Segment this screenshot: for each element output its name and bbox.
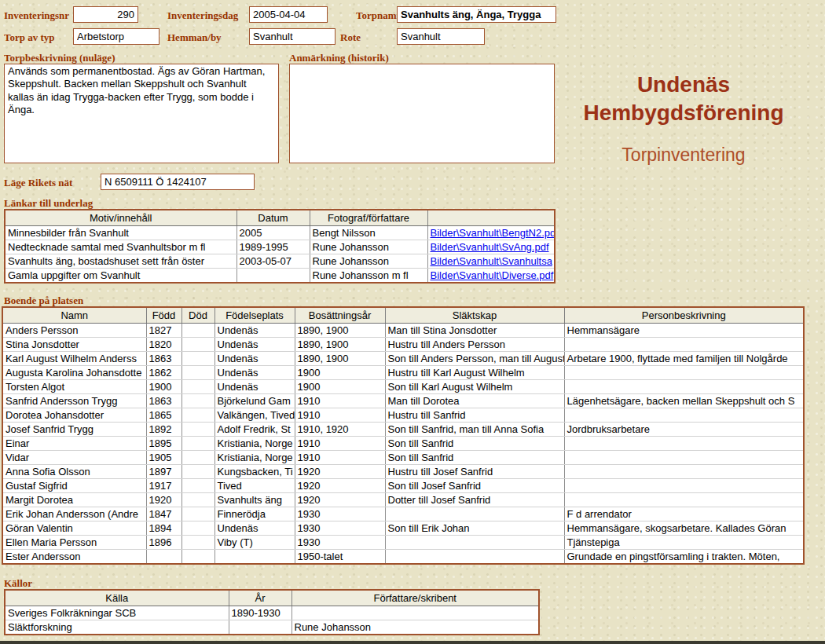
table-row: Nedtecknade samtal med Svanhultsbor m fl… [5, 240, 555, 254]
cell: Son till Sanfrid [385, 437, 564, 451]
cell: Margit Dorotea [2, 493, 146, 507]
table-row: Anna Sofia Olsson1897Kungsbacken, Ti1920… [2, 465, 804, 479]
cell [182, 465, 214, 479]
table-row: Augusta Karolina Johansdotte1862Undenäs1… [2, 366, 804, 380]
cell [182, 423, 214, 437]
document-link[interactable]: Bilder\Svanhult\Diverse.pdf [431, 269, 554, 281]
hemman-by-field[interactable] [249, 28, 336, 45]
cell [564, 408, 804, 423]
cell: Släktforskning [5, 620, 229, 635]
cell [182, 338, 214, 352]
cell: Hustru till Sanfrid [385, 408, 564, 423]
document-link[interactable]: Bilder\Svanhult\SvAng.pdf [431, 241, 549, 253]
links-table-header-row: Motiv/innehåll Datum Fotograf/författare [5, 210, 555, 226]
cell: 1989-1995 [236, 240, 310, 254]
association-title-line2: Hembygdsförening [550, 99, 817, 127]
cell: 1920 [295, 465, 385, 479]
rote-label: Rote [340, 31, 361, 44]
residents-section-label: Boende på platsen [4, 295, 83, 307]
cell: Bilder\Svanhult\BengtN2.pdf [427, 226, 555, 240]
cell: 1896 [146, 536, 182, 550]
cell: F d arrendator [564, 507, 804, 521]
column-header: Fotograf/författare [310, 210, 427, 226]
column-header: Motiv/innehåll [5, 210, 236, 226]
inventeringsnr-field[interactable] [73, 6, 138, 23]
cell: Minnesbilder från Svanhult [5, 226, 236, 240]
torpnamn-label: Torpnamn [356, 9, 402, 22]
cell: 1863 [146, 352, 182, 366]
cell: Lägenhetsägare, backen mellan Skeppshult… [564, 394, 804, 408]
table-row: Sveriges Folkräkningar SCB1890-1930 [5, 606, 539, 620]
lage-rikets-nat-field[interactable] [101, 174, 255, 190]
column-header: Namn [2, 307, 146, 324]
rote-field[interactable] [397, 28, 485, 45]
cell: Augusta Karolina Johansdotte [2, 366, 146, 380]
table-row: Sanfrid Andersson Trygg1863Björkelund Ga… [2, 394, 804, 408]
cell: 1950-talet [295, 550, 385, 565]
document-link[interactable]: Bilder\Svanhult\Svanhultsa [431, 255, 552, 267]
cell [564, 451, 804, 465]
cell: Bilder\Svanhult\Svanhultsa [427, 254, 555, 269]
cell: Torsten Algot [2, 380, 146, 394]
cell: Karl August Wilhelm Anderss [2, 352, 146, 366]
cell [182, 507, 214, 521]
torpnamn-field[interactable] [397, 6, 556, 23]
cell: Vidar [2, 451, 146, 465]
torp-av-typ-field[interactable] [73, 28, 160, 45]
cell [182, 479, 214, 493]
cell [385, 550, 564, 565]
cell: 1910 [295, 394, 385, 408]
inventeringsdag-label: Inventeringsdag [167, 9, 238, 22]
cell [564, 437, 804, 451]
cell: 2005 [236, 226, 310, 240]
torpbeskrivning-textarea[interactable]: Används som permanentbostad. Ägs av Göra… [4, 64, 279, 163]
column-header: Författare/skribent [292, 590, 539, 606]
sources-section-label: Källor [4, 577, 32, 590]
cell: Tjänstepiga [564, 536, 804, 550]
table-row: Torsten Algot1900Undenäs1900Son till Kar… [2, 380, 804, 394]
cell: Kristiania, Norge [214, 451, 295, 465]
cell: 1900 [146, 380, 182, 394]
cell: Viby (T) [214, 536, 295, 550]
cell: 1900 [295, 366, 385, 380]
inventeringsdag-field[interactable] [249, 6, 328, 23]
cell: Gamla uppgifter om Svanhult [5, 269, 236, 284]
residents-table-header-row: Namn Född Död Födelseplats Bosättningsår… [2, 307, 804, 324]
cell [182, 408, 214, 423]
cell: 1910 [295, 437, 385, 451]
cell [182, 550, 214, 565]
cell: 1894 [146, 521, 182, 536]
cell: Kristiania, Norge [214, 437, 295, 451]
cell: Nedtecknade samtal med Svanhultsbor m fl [5, 240, 236, 254]
table-row: Einar1895Kristiania, Norge1910Son till S… [2, 437, 804, 451]
anmarkning-textarea[interactable] [289, 64, 555, 163]
cell: 1930 [295, 507, 385, 521]
table-row: Gamla uppgifter om SvanhultRune Johansso… [5, 269, 555, 284]
table-row: Margit Dorotea1920Svanhults äng1920Dotte… [2, 493, 804, 507]
document-link[interactable]: Bilder\Svanhult\BengtN2.pdf [431, 227, 556, 239]
cell: 1847 [146, 507, 182, 521]
cell [182, 366, 214, 380]
anmarkning-label: Anmärkning (historik) [289, 52, 389, 64]
cell: Son till Josef Sanfrid [385, 479, 564, 493]
cell: Bengt Nilsson [310, 226, 427, 240]
table-row: Dorotea Johansdotter1865Valkängen, Tived… [2, 408, 804, 423]
cell: Bilder\Svanhult\Diverse.pdf [427, 269, 555, 284]
cell: Undenäs [214, 380, 295, 394]
cell: 2003-05-07 [236, 254, 310, 269]
cell: 1910 [295, 451, 385, 465]
cell [182, 437, 214, 451]
cell: Hustru till Karl August Wilhelm [385, 366, 564, 380]
column-header: Källa [5, 590, 229, 606]
column-header: Födelseplats [214, 307, 295, 324]
cell [564, 465, 804, 479]
cell: 1895 [146, 437, 182, 451]
cell [214, 550, 295, 565]
window-bottom-edge [0, 641, 825, 644]
cell: Bilder\Svanhult\SvAng.pdf [427, 240, 555, 254]
cell [182, 324, 214, 338]
association-title: Undenäs Hembygdsförening [550, 71, 817, 128]
cell: Undenäs [214, 366, 295, 380]
cell: 1917 [146, 479, 182, 493]
table-row: Göran Valentin1894Undenäs1930Son till Er… [2, 521, 804, 536]
